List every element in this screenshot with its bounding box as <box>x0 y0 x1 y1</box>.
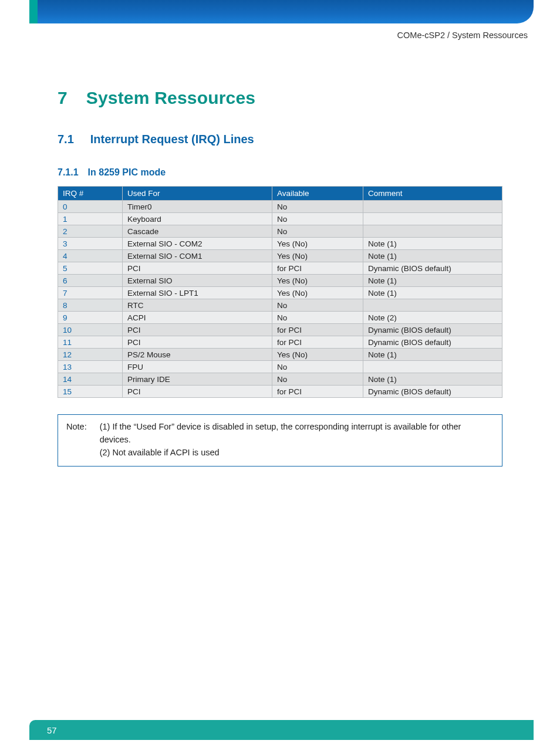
chapter-heading: 7 System Ressources <box>58 88 502 108</box>
cell-used: PCI <box>123 324 272 336</box>
cell-used: PCI <box>123 386 272 398</box>
note-body: (1) If the “Used For” device is disabled… <box>100 421 494 459</box>
cell-available: Yes (No) <box>272 250 363 262</box>
table-header-row: IRQ # Used For Available Comment <box>58 187 502 201</box>
cell-used: PCI <box>123 262 272 275</box>
table-row: 14Primary IDENoNote (1) <box>58 373 502 386</box>
cell-comment: Note (1) <box>363 250 502 262</box>
cell-irq: 15 <box>58 386 123 398</box>
cell-used: External SIO <box>123 275 272 287</box>
cell-available: Yes (No) <box>272 349 363 361</box>
section-title: Interrupt Request (IRQ) Lines <box>90 133 254 146</box>
cell-available: for PCI <box>272 262 363 275</box>
cell-comment: Note (1) <box>363 349 502 361</box>
col-header-comment: Comment <box>363 187 502 201</box>
subsection-number: 7.1.1 <box>58 167 79 178</box>
header-accent <box>29 0 38 23</box>
cell-irq: 3 <box>58 238 123 250</box>
cell-used: External SIO - LPT1 <box>123 287 272 299</box>
cell-irq: 1 <box>58 213 123 225</box>
cell-available: No <box>272 201 363 213</box>
cell-available: for PCI <box>272 324 363 336</box>
section-number: 7.1 <box>58 133 74 146</box>
cell-irq: 8 <box>58 299 123 312</box>
cell-irq: 4 <box>58 250 123 262</box>
footer-band: 57 <box>29 720 534 740</box>
section-heading: 7.1 Interrupt Request (IRQ) Lines <box>58 133 502 146</box>
cell-used: FPU <box>123 361 272 373</box>
table-row: 10PCIfor PCIDynamic (BIOS default) <box>58 324 502 336</box>
table-row: 3External SIO - COM2Yes (No)Note (1) <box>58 238 502 250</box>
cell-irq: 12 <box>58 349 123 361</box>
breadcrumb: COMe-cSP2 / System Ressources <box>397 31 528 40</box>
table-row: 11PCIfor PCIDynamic (BIOS default) <box>58 336 502 349</box>
col-header-available: Available <box>272 187 363 201</box>
cell-comment: Note (2) <box>363 312 502 324</box>
subsection-heading: 7.1.1 In 8259 PIC mode <box>58 167 502 178</box>
cell-available: No <box>272 373 363 386</box>
note-line-1: (1) If the “Used For” device is disabled… <box>100 421 494 447</box>
cell-comment: Dynamic (BIOS default) <box>363 324 502 336</box>
cell-comment: Note (1) <box>363 238 502 250</box>
cell-used: PS/2 Mouse <box>123 349 272 361</box>
note-line-2: (2) Not available if ACPI is used <box>100 447 494 459</box>
cell-available: No <box>272 361 363 373</box>
cell-used: External SIO - COM1 <box>123 250 272 262</box>
cell-comment: Dynamic (BIOS default) <box>363 262 502 275</box>
cell-comment <box>363 201 502 213</box>
cell-used: Cascade <box>123 225 272 238</box>
cell-irq: 2 <box>58 225 123 238</box>
content-area: 7 System Ressources 7.1 Interrupt Reques… <box>58 88 502 467</box>
cell-irq: 14 <box>58 373 123 386</box>
cell-comment: Note (1) <box>363 287 502 299</box>
header-band <box>29 0 534 23</box>
cell-irq: 6 <box>58 275 123 287</box>
col-header-irq: IRQ # <box>58 187 123 201</box>
table-row: 5PCIfor PCIDynamic (BIOS default) <box>58 262 502 275</box>
cell-irq: 11 <box>58 336 123 349</box>
table-row: 4External SIO - COM1Yes (No)Note (1) <box>58 250 502 262</box>
cell-used: Primary IDE <box>123 373 272 386</box>
cell-irq: 7 <box>58 287 123 299</box>
cell-used: RTC <box>123 299 272 312</box>
cell-available: Yes (No) <box>272 238 363 250</box>
cell-available: for PCI <box>272 336 363 349</box>
cell-irq: 0 <box>58 201 123 213</box>
table-row: 2CascadeNo <box>58 225 502 238</box>
cell-comment: Dynamic (BIOS default) <box>363 386 502 398</box>
cell-available: No <box>272 299 363 312</box>
cell-available: Yes (No) <box>272 275 363 287</box>
cell-irq: 9 <box>58 312 123 324</box>
col-header-used: Used For <box>123 187 272 201</box>
cell-used: Timer0 <box>123 201 272 213</box>
cell-used: PCI <box>123 336 272 349</box>
page-number: 57 <box>47 725 57 735</box>
cell-available: for PCI <box>272 386 363 398</box>
table-row: 6External SIOYes (No)Note (1) <box>58 275 502 287</box>
cell-used: ACPI <box>123 312 272 324</box>
table-row: 8RTCNo <box>58 299 502 312</box>
cell-available: Yes (No) <box>272 287 363 299</box>
chapter-title: System Ressources <box>86 88 256 108</box>
table-row: 1KeyboardNo <box>58 213 502 225</box>
cell-comment: Note (1) <box>363 275 502 287</box>
table-row: 7External SIO - LPT1Yes (No)Note (1) <box>58 287 502 299</box>
cell-irq: 13 <box>58 361 123 373</box>
note-box: Note: (1) If the “Used For” device is di… <box>58 414 502 467</box>
irq-table: IRQ # Used For Available Comment 0Timer0… <box>58 186 502 398</box>
note-label: Note: <box>66 421 87 459</box>
cell-irq: 5 <box>58 262 123 275</box>
table-row: 9ACPINoNote (2) <box>58 312 502 324</box>
cell-comment <box>363 361 502 373</box>
chapter-number: 7 <box>58 88 68 108</box>
cell-comment: Dynamic (BIOS default) <box>363 336 502 349</box>
cell-comment <box>363 213 502 225</box>
table-row: 12PS/2 MouseYes (No)Note (1) <box>58 349 502 361</box>
cell-used: External SIO - COM2 <box>123 238 272 250</box>
cell-available: No <box>272 213 363 225</box>
cell-used: Keyboard <box>123 213 272 225</box>
cell-available: No <box>272 225 363 238</box>
table-row: 0Timer0No <box>58 201 502 213</box>
cell-comment: Note (1) <box>363 373 502 386</box>
cell-comment <box>363 299 502 312</box>
